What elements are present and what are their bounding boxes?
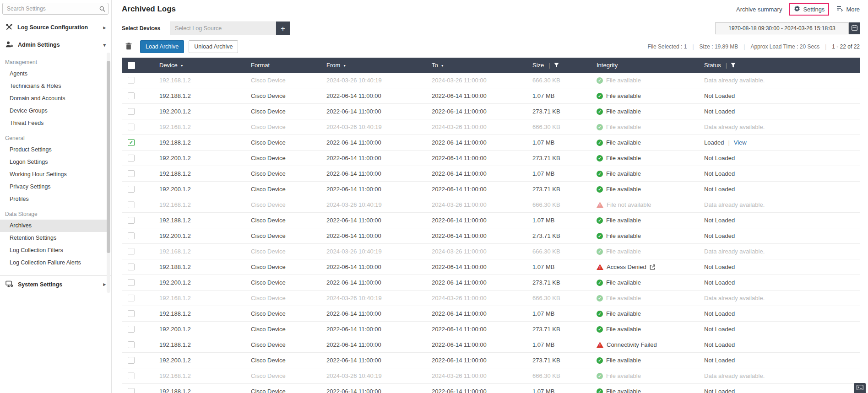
col-integrity-label: Integrity <box>597 62 618 69</box>
format-cell: Cisco Device <box>247 232 323 239</box>
integrity-text: File available <box>606 186 641 193</box>
row-checkbox[interactable] <box>128 295 135 301</box>
row-checkbox[interactable] <box>128 264 135 270</box>
format-cell: Cisco Device <box>247 248 323 255</box>
table-row: 192.200.1.2 Cisco Device 2022-06-14 11:0… <box>122 353 860 368</box>
log-source-input[interactable] <box>170 22 276 35</box>
support-console-button[interactable] <box>854 383 866 393</box>
status-text: Not Loaded <box>704 357 735 364</box>
add-log-source-button[interactable]: + <box>276 22 290 35</box>
sidebar-item-working-hour-settings[interactable]: Working Hour Settings <box>0 168 107 181</box>
size-cell: 273.71 KB <box>529 155 593 162</box>
search-input[interactable] <box>2 3 108 15</box>
row-checkbox[interactable] <box>128 92 135 99</box>
col-size[interactable]: Size | <box>529 62 593 69</box>
view-link[interactable]: View <box>734 139 747 146</box>
row-checkbox[interactable] <box>128 170 135 177</box>
sidebar-item-log-collection-filters[interactable]: Log Collection Filters <box>0 244 107 257</box>
row-checkbox[interactable] <box>128 326 135 333</box>
format-cell: Cisco Device <box>247 186 323 193</box>
row-checkbox[interactable] <box>128 77 135 84</box>
status-text: Data already available. <box>704 124 765 130</box>
row-checkbox[interactable] <box>128 372 135 379</box>
check-circle-icon <box>597 326 603 333</box>
sidebar-item-threat-feeds[interactable]: Threat Feeds <box>0 117 107 129</box>
filter-funnel-icon[interactable] <box>554 63 559 68</box>
col-device[interactable]: Device ▼ <box>156 62 247 69</box>
external-link-icon[interactable] <box>650 264 655 270</box>
sidebar-item-log-source-configuration[interactable]: Log Source Configuration ▸ <box>0 19 111 36</box>
col-format[interactable]: Format <box>247 62 323 69</box>
sidebar-item-product-settings[interactable]: Product Settings <box>0 144 107 156</box>
size-cell: 666.30 KB <box>529 295 593 301</box>
status-text: Not Loaded <box>704 341 735 348</box>
sidebar-item-system-settings[interactable]: System Settings ▸ <box>0 275 111 293</box>
sidebar-item-agents[interactable]: Agents <box>0 68 107 80</box>
settings-button[interactable]: Settings <box>794 5 825 13</box>
row-checkbox[interactable] <box>128 124 135 130</box>
sidebar-item-profiles[interactable]: Profiles <box>0 193 107 205</box>
sidebar-item-log-collection-failure-alerts[interactable]: Log Collection Failure Alerts <box>0 257 107 269</box>
filter-funnel-icon[interactable] <box>731 63 736 68</box>
calendar-button[interactable] <box>849 22 860 34</box>
sidebar-item-retention-settings[interactable]: Retention Settings <box>0 232 107 244</box>
check-circle-icon <box>597 124 603 130</box>
to-cell: 2022-06-14 11:00:00 <box>428 326 529 333</box>
date-range-input[interactable]: 1970-08-18 09:30:00 - 2024-03-26 15:18:0… <box>715 22 849 34</box>
row-checkbox[interactable] <box>128 248 135 255</box>
sidebar-item-device-groups[interactable]: Device Groups <box>0 105 107 117</box>
device-cell: 192.200.1.2 <box>156 357 247 364</box>
row-checkbox[interactable] <box>128 357 135 364</box>
integrity-cell: File available <box>593 388 700 393</box>
select-all-checkbox[interactable] <box>128 62 135 69</box>
status-cell: Not Loaded <box>700 108 860 115</box>
row-checkbox[interactable] <box>128 310 135 317</box>
check-circle-icon <box>597 217 603 224</box>
col-status[interactable]: Status | <box>700 62 860 69</box>
row-checkbox[interactable] <box>128 341 135 348</box>
to-cell: 2022-06-14 11:00:00 <box>428 92 529 99</box>
to-cell: 2022-06-14 11:00:00 <box>428 139 529 146</box>
wrench-icon <box>5 23 13 32</box>
sidebar-item-admin-settings[interactable]: Admin Settings ▾ <box>0 36 111 54</box>
table-row: 192.188.1.2 Cisco Device 2022-06-14 11:0… <box>122 166 860 182</box>
col-from[interactable]: From ▼ <box>323 62 428 69</box>
row-checkbox[interactable] <box>128 186 135 193</box>
search-icon[interactable] <box>99 5 105 14</box>
more-button[interactable]: More <box>836 5 860 13</box>
row-checkbox[interactable] <box>128 155 135 162</box>
integrity-cell: File not available <box>593 201 700 208</box>
page-title: Archived Logs <box>122 5 176 14</box>
row-checkbox[interactable] <box>128 232 135 239</box>
delete-archive-button[interactable] <box>125 43 132 51</box>
integrity-text: File available <box>606 124 641 130</box>
row-checkbox[interactable] <box>128 388 135 393</box>
row-checkbox[interactable] <box>128 217 135 224</box>
row-checkbox[interactable] <box>128 279 135 286</box>
row-checkbox[interactable] <box>128 201 135 208</box>
sidebar-item-domain-and-accounts[interactable]: Domain and Accounts <box>0 92 107 105</box>
sidebar-scrollbar[interactable] <box>107 53 110 293</box>
sidebar-item-logon-settings[interactable]: Logon Settings <box>0 156 107 168</box>
to-cell: 2022-06-14 11:00:00 <box>428 217 529 224</box>
archive-summary-link[interactable]: Archive summary <box>736 6 782 13</box>
sidebar-item-technicians-roles[interactable]: Technicians & Roles <box>0 80 107 92</box>
unload-archive-button[interactable]: Unload Archive <box>189 40 238 53</box>
col-integrity[interactable]: Integrity <box>593 62 700 69</box>
device-cell: 192.188.1.2 <box>156 139 247 146</box>
row-checkbox[interactable] <box>128 139 135 146</box>
format-cell: Cisco Device <box>247 108 323 115</box>
sidebar-item-privacy-settings[interactable]: Privacy Settings <box>0 181 107 193</box>
format-cell: Cisco Device <box>247 341 323 348</box>
from-cell: 2022-06-14 11:00:00 <box>323 92 428 99</box>
sidebar-item-archives[interactable]: Archives <box>0 220 107 232</box>
device-cell: 192.200.1.2 <box>156 186 247 193</box>
size-cell: 1.07 MB <box>529 264 593 270</box>
scrollbar-thumb[interactable] <box>107 61 110 253</box>
col-to[interactable]: To ▼ <box>428 62 529 69</box>
device-cell: 192.188.1.2 <box>156 388 247 393</box>
load-archive-button[interactable]: Load Archive <box>140 40 184 53</box>
row-checkbox[interactable] <box>128 108 135 115</box>
status-cell: Not Loaded <box>700 357 860 364</box>
check-circle-icon <box>597 357 603 364</box>
